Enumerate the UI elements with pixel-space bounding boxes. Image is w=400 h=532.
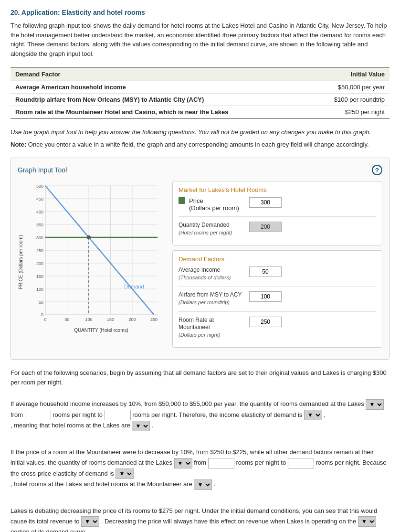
note-text: Once you enter a value in a white field,… [28, 141, 369, 148]
svg-text:500: 500 [36, 184, 43, 189]
questions-section: For each of the following scenarios, beg… [11, 368, 389, 532]
graph-tool-section: Graph Input Tool ? PRICE (Dollars per ro… [11, 158, 389, 360]
table-row: Roundtrip airfare from New Orleans (MSY)… [11, 94, 389, 106]
q1-dropdown2[interactable]: ▼ [304, 410, 322, 420]
q1-text3: rooms per night to [53, 411, 103, 418]
avg-income-input[interactable] [249, 266, 282, 277]
demand-factors-panel-box: Demand Factors Average Income (Thousands… [172, 250, 382, 348]
quantity-input [249, 222, 282, 232]
demand-factors-title: Demand Factors [179, 255, 376, 263]
market-title: Market for Lakes's Hotel Rooms [179, 186, 376, 193]
value-cell: $250 per night [309, 106, 389, 119]
airfare-label: Airfare from MSY to ACY (Dollars per rou… [179, 291, 245, 306]
graph-tool-title: Graph Input Tool [18, 166, 67, 174]
factor-cell: Room rate at the Mountaineer Hotel and C… [11, 106, 309, 119]
svg-text:50: 50 [64, 317, 69, 322]
factor-cell: Roundtrip airfare from New Orleans (MSY)… [11, 94, 309, 106]
q1-text5b: , meaning that hotel rooms at the Lakes … [11, 422, 130, 429]
price-row-label: Price (Dollars per room) [179, 197, 245, 212]
demand-table-section: Demand Factor Initial Value Average Amer… [11, 67, 389, 119]
table-row: Average American household income$50,000… [11, 81, 389, 94]
q2-text3: rooms per night to [236, 459, 286, 466]
price-input[interactable] [249, 197, 282, 208]
q2-text6: . [214, 480, 216, 488]
price-color-indicator [179, 197, 185, 204]
q1-text5: , [324, 411, 326, 418]
x-axis-label: QUANTITY (Hotel rooms) [74, 328, 128, 333]
room-rate-row: Room Rate at Mountaineer (Dollars per ni… [179, 317, 376, 339]
q2-dropdown1[interactable]: ▼ [174, 458, 192, 468]
price-row: Price (Dollars per room) [179, 197, 376, 212]
svg-text:250: 250 [36, 248, 43, 253]
svg-text:400: 400 [36, 210, 43, 214]
q3-text2: . Decreasing the price will always have … [101, 518, 357, 525]
svg-text:450: 450 [36, 197, 43, 202]
airfare-input[interactable] [249, 291, 282, 302]
graph-tool-content: PRICE (Dollars per room) QUANTITY (Hotel… [18, 181, 382, 352]
q2-text2: from [194, 459, 206, 466]
demand-chart: PRICE (Dollars per room) QUANTITY (Hotel… [18, 181, 166, 334]
q2-input1[interactable] [208, 458, 234, 468]
q1-input2[interactable] [105, 410, 131, 420]
chart-area: PRICE (Dollars per room) QUANTITY (Hotel… [18, 181, 166, 334]
svg-text:0: 0 [44, 317, 46, 322]
col1-header: Demand Factor [11, 67, 309, 81]
svg-text:0: 0 [41, 312, 43, 317]
question-3: Lakes is debating decreasing the price o… [11, 506, 389, 532]
svg-text:150: 150 [36, 274, 43, 279]
help-icon[interactable]: ? [372, 165, 382, 175]
svg-text:100: 100 [85, 317, 92, 322]
q1-text6: . [152, 422, 154, 429]
svg-text:250: 250 [150, 317, 158, 322]
graph-tool-header: Graph Input Tool ? [18, 165, 382, 175]
q2-input2[interactable] [288, 458, 314, 468]
room-rate-label: Room Rate at Mountaineer (Dollars per ni… [179, 317, 245, 339]
demand-table: Demand Factor Initial Value Average Amer… [11, 67, 389, 119]
q2-dropdown3[interactable]: ▼ [194, 479, 212, 490]
col2-header: Initial Value [309, 67, 389, 81]
graph-note: Use the graph input tool to help you ans… [11, 128, 389, 137]
note-label: Note: [11, 141, 26, 148]
table-row: Room rate at the Mountaineer Hotel and C… [11, 106, 389, 119]
q1-input1[interactable] [25, 410, 51, 420]
q1-text2: from [11, 411, 23, 418]
svg-text:350: 350 [36, 223, 43, 227]
q1-dropdown3[interactable]: ▼ [132, 421, 150, 431]
airfare-divider [179, 311, 376, 312]
y-axis-label: PRICE (Dollars per room) [18, 235, 23, 289]
intersection-dot [87, 235, 91, 239]
avg-income-row: Average Income (Thousands of dollars) [179, 266, 376, 281]
q1-text1: If average household income increases by… [11, 400, 364, 407]
svg-text:100: 100 [36, 287, 43, 292]
right-panel: Market for Lakes's Hotel Rooms Price (Do… [172, 181, 382, 352]
value-cell: $50,000 per year [309, 81, 389, 94]
q2-dropdown2[interactable]: ▼ [116, 468, 134, 479]
income-divider [179, 286, 376, 287]
q1-dropdown1[interactable]: ▼ [366, 399, 384, 410]
price-field-label: Price (Dollars per room) [189, 197, 239, 212]
avg-income-label: Average Income (Thousands of dollars) [179, 266, 245, 281]
svg-text:300: 300 [36, 235, 43, 240]
question-2: If the price of a room at the Mountainee… [11, 447, 389, 490]
price-divider [179, 216, 376, 217]
svg-text:50: 50 [39, 300, 43, 305]
svg-text:200: 200 [36, 261, 43, 266]
quantity-field-label: Quantity Demanded (Hotel rooms per night… [179, 222, 245, 236]
q3-text3: portion of its demand curve. [11, 528, 87, 532]
intro-text: The following graph input tool shows the… [11, 21, 389, 58]
q1-text4: rooms per night. Therefore, the income e… [132, 411, 302, 418]
airfare-row: Airfare from MSY to ACY (Dollars per rou… [179, 291, 376, 306]
q3-dropdown2[interactable]: ▼ [358, 516, 376, 527]
question-1: If average household income increases by… [11, 399, 389, 431]
room-rate-input[interactable] [249, 317, 282, 327]
q3-dropdown1[interactable]: ▼ [81, 516, 99, 527]
q2-text5: , hotel rooms at the Lakes and hotel roo… [11, 480, 192, 488]
svg-text:150: 150 [107, 317, 114, 322]
quantity-row: Quantity Demanded (Hotel rooms per night… [179, 222, 376, 236]
market-panel-box: Market for Lakes's Hotel Rooms Price (Do… [172, 181, 382, 245]
svg-text:200: 200 [128, 317, 136, 322]
q-intro: For each of the following scenarios, beg… [11, 368, 389, 387]
page-title: 20. Application: Elasticity and hotel ro… [11, 9, 389, 16]
demand-label: Demand [124, 284, 144, 289]
value-cell: $100 per roundtrip [309, 94, 389, 106]
